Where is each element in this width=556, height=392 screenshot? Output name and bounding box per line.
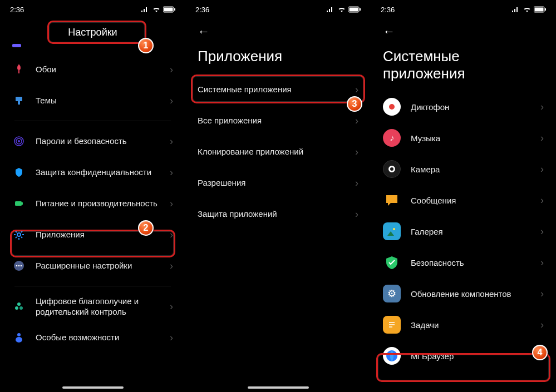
chevron-right-icon: › [355,84,358,96]
sysapp-label: Задачи [411,320,540,331]
svg-point-26 [393,228,395,230]
settings-item-advanced[interactable]: Расширенные настройки › [2,250,183,281]
svg-point-18 [17,333,21,336]
chevron-right-icon: › [540,132,544,144]
camera-icon [383,160,401,178]
apps-item-label: Системные приложения [198,84,355,95]
svg-rect-2 [174,8,175,11]
settings-item-apps[interactable]: Приложения › [2,219,183,250]
svg-point-16 [15,306,18,310]
sysapp-music[interactable]: ♪ Музыка › [373,122,554,153]
chevron-right-icon: › [170,332,173,344]
svg-point-13 [18,265,20,267]
accessibility-icon [12,331,26,344]
page-title: Приложения [185,43,371,74]
chevron-right-icon: › [355,209,358,220]
sysapp-security[interactable]: Безопасность › [373,247,554,278]
sysapp-tasks[interactable]: Задачи › [373,309,554,340]
settings-item-themes[interactable]: Темы › [2,85,183,116]
panel-settings: 2:36 Настройки Обои › Темы › Пароли и бе… [0,0,185,392]
settings-item-security[interactable]: Пароли и безопасность › [2,126,183,157]
fingerprint-icon [12,135,26,148]
dots-icon [12,259,26,272]
sysapp-gallery[interactable]: Галерея › [373,216,554,247]
music-icon: ♪ [383,129,401,147]
chevron-right-icon: › [355,177,358,189]
settings-item-label: Темы [36,95,170,106]
sysapp-label: Безопасность [411,257,540,269]
chevron-right-icon: › [170,229,173,241]
apps-item-permissions[interactable]: Разрешения › [188,167,368,199]
chevron-right-icon: › [170,260,173,272]
settings-item-label: Расширенные настройки [36,260,170,271]
settings-item-wellbeing[interactable]: Цифровое благополучие и родительский кон… [2,291,183,322]
shield-icon [12,166,26,179]
status-icons [326,6,361,13]
apps-item-all[interactable]: Все приложения › [188,105,368,136]
sysapp-label: Диктофон [411,102,540,113]
status-time: 2:36 [10,6,24,14]
tulip-icon [12,63,26,76]
back-button[interactable]: ← [198,24,210,38]
svg-point-14 [21,265,22,267]
settings-item-battery[interactable]: Питание и производительность › [2,188,183,219]
svg-point-7 [18,140,20,142]
page-title: Настройки [0,17,185,46]
svg-rect-25 [545,8,546,11]
settings-item-label: Обои [36,64,170,75]
chevron-right-icon: › [170,301,173,312]
settings-item-label: Цифровое благополучие и родительский кон… [36,296,170,317]
sysapp-label: Сообщения [411,195,540,206]
sysapp-recorder[interactable]: Диктофон › [373,91,554,122]
apps-item-system[interactable]: Системные приложения › [188,74,368,105]
chevron-right-icon: › [540,163,544,175]
tasks-icon [383,316,401,334]
back-button[interactable]: ← [383,24,395,38]
sysapp-label: Музыка [411,133,540,144]
recorder-icon [383,98,401,116]
apps-item-label: Все приложения [198,115,355,126]
chevron-right-icon: › [170,167,173,178]
divider [14,286,171,286]
svg-rect-1 [164,8,173,12]
status-time: 2:36 [195,6,209,14]
settings-item-wallpaper[interactable]: Обои › [2,54,183,85]
updates-icon: ⚙ [383,285,401,302]
status-time: 2:36 [381,6,395,14]
apps-item-label: Защита приложений [198,209,355,220]
home-indicator[interactable] [248,386,309,389]
apps-item-protection[interactable]: Защита приложений › [188,199,368,230]
svg-rect-21 [350,8,358,12]
settings-item-accessibility[interactable]: Особые возможности › [2,322,183,353]
sysapp-browser[interactable]: Mi Браузер › [373,340,554,371]
sysapp-updates[interactable]: ⚙ Обновление компонентов › [373,278,554,309]
chevron-right-icon: › [355,115,358,127]
chevron-right-icon: › [355,146,358,158]
chevron-right-icon: › [540,226,544,237]
svg-point-17 [19,306,23,310]
sysapp-label: Камера [411,164,540,175]
chevron-right-icon: › [540,288,544,300]
chevron-right-icon: › [170,95,173,107]
sysapp-label: Галерея [411,226,540,237]
settings-item-label: Питание и производительность [36,198,170,209]
settings-item-privacy[interactable]: Защита конфиденциальности › [2,157,183,188]
svg-rect-22 [360,8,361,11]
truncated-item-icon [12,43,21,48]
panel-apps: 2:36 ← Приложения Системные приложения ›… [185,0,371,392]
sysapp-messages[interactable]: Сообщения › [373,185,554,216]
svg-point-19 [16,337,22,343]
chevron-right-icon: › [170,136,173,147]
status-bar: 2:36 [185,0,371,17]
svg-point-15 [17,302,21,306]
svg-rect-9 [22,202,23,205]
messages-icon [383,191,401,209]
apps-item-clone[interactable]: Клонирование приложений › [188,136,368,167]
chevron-right-icon: › [170,64,173,76]
sysapp-camera[interactable]: Камера › [373,153,554,185]
home-indicator[interactable] [62,386,124,389]
panel-system-apps: 2:36 ← Системные приложения Диктофон › ♪… [371,0,556,392]
svg-rect-3 [16,97,22,101]
status-bar: 2:36 [371,0,556,17]
svg-rect-8 [15,201,22,206]
